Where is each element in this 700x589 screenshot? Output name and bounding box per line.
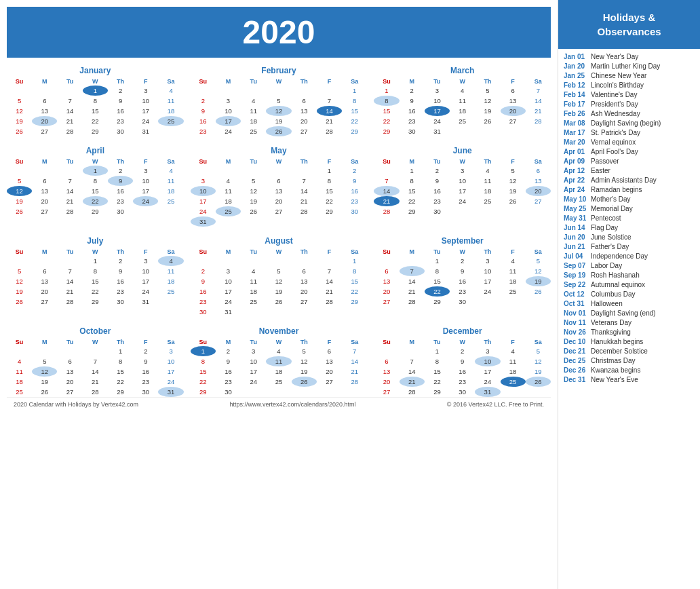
holiday-item: Nov 11Veterans Day xyxy=(564,319,695,326)
calendar-day xyxy=(191,86,216,96)
calendar-day: 2 xyxy=(108,166,133,176)
calendar-day: 27 xyxy=(32,297,57,307)
holiday-date: Apr 12 xyxy=(564,167,591,174)
calendar-day: 1 xyxy=(342,256,367,266)
calendar-day: 5 xyxy=(7,96,32,106)
holiday-item: Feb 12Lincoln's Birthday xyxy=(564,81,695,89)
calendar-day: 29 xyxy=(425,387,450,397)
calendar-day: 3 xyxy=(216,266,241,276)
calendar-day: 3 xyxy=(133,166,158,176)
calendar-day: 3 xyxy=(133,256,158,266)
calendar-day xyxy=(158,297,183,307)
calendar-day: 3 xyxy=(475,346,500,356)
calendar-day: 14 xyxy=(400,276,425,286)
calendar-day: 15 xyxy=(342,276,367,286)
day-header-w: W xyxy=(450,77,475,86)
holiday-date: Nov 01 xyxy=(564,309,591,317)
calendar-day: 17 xyxy=(425,106,450,116)
calendar-day: 26 xyxy=(266,297,291,307)
calendar-day: 2 xyxy=(133,346,158,356)
calendar-day xyxy=(475,126,500,136)
calendar-day: 26 xyxy=(292,377,317,387)
holiday-date: Nov 26 xyxy=(564,328,591,336)
calendar-day xyxy=(317,256,342,266)
calendar-day: 12 xyxy=(7,106,32,116)
month-december: DecemberSuMTuWThFSa123456789101112131415… xyxy=(374,326,551,397)
calendar-day: 24 xyxy=(133,116,158,126)
calendar-day: 16 xyxy=(108,276,133,286)
calendar-day: 4 xyxy=(450,86,475,96)
month-september: SeptemberSuMTuWThFSa12345678910111213141… xyxy=(374,236,551,317)
holiday-date: Apr 22 xyxy=(564,176,591,184)
holiday-name: Autumnal equinox xyxy=(591,281,645,288)
calendar-day: 22 xyxy=(400,196,425,206)
calendar-day: 24 xyxy=(133,286,158,297)
calendar-day xyxy=(266,216,291,227)
calendar-day: 27 xyxy=(501,116,526,126)
calendar-day: 30 xyxy=(108,126,133,136)
calendar-day: 21 xyxy=(526,106,551,116)
calendar-day: 2 xyxy=(400,86,425,96)
calendar-day: 25 xyxy=(241,297,266,307)
calendar-day: 22 xyxy=(342,286,367,297)
calendar-day xyxy=(216,256,241,266)
holiday-name: Independence Day xyxy=(591,252,648,260)
calendar-day: 14 xyxy=(292,186,317,196)
holiday-item: May 10Mother's Day xyxy=(564,195,695,203)
holiday-item: Jun 20June Solstice xyxy=(564,233,695,241)
month-title-july: July xyxy=(7,236,184,246)
day-header-th: Th xyxy=(475,248,500,256)
holiday-name: Columbus Day xyxy=(591,290,636,298)
calendar-day: 8 xyxy=(342,266,367,276)
calendar-day xyxy=(450,206,475,216)
calendar-day: 13 xyxy=(374,276,399,286)
calendar-day xyxy=(241,216,266,227)
day-header-w: W xyxy=(450,157,475,166)
calendar-day: 4 xyxy=(241,96,266,106)
month-title-september: September xyxy=(374,236,551,246)
calendar-day: 28 xyxy=(317,126,342,136)
month-table-october: SuMTuWThFSa12345678910111213141516171819… xyxy=(7,338,184,397)
day-header-tu: Tu xyxy=(425,248,450,256)
calendar-day: 24 xyxy=(241,377,266,387)
calendar-day: 14 xyxy=(57,106,82,116)
holiday-date: Sep 19 xyxy=(564,271,591,279)
holiday-item: Feb 26Ash Wednesday xyxy=(564,110,695,117)
calendar-day: 21 xyxy=(292,196,317,206)
day-header-su: Su xyxy=(191,157,216,166)
calendar-day: 4 xyxy=(241,266,266,276)
calendar-day: 7 xyxy=(317,266,342,276)
holiday-date: Dec 31 xyxy=(564,376,591,383)
day-header-f: F xyxy=(501,157,526,166)
calendar-day: 6 xyxy=(32,176,57,186)
day-header-w: W xyxy=(83,77,108,86)
calendar-day: 19 xyxy=(501,186,526,196)
calendar-day: 2 xyxy=(108,86,133,96)
holiday-name: Ramadan begins xyxy=(591,186,642,193)
holiday-name: Memorial Day xyxy=(591,205,633,212)
calendar-day: 6 xyxy=(57,356,82,366)
calendar-day: 13 xyxy=(501,96,526,106)
months-grid: JanuarySuMTuWThFSa1234567891011121314151… xyxy=(7,66,551,397)
holiday-name: Halloween xyxy=(591,300,623,307)
calendar-day: 17 xyxy=(475,276,500,286)
calendar-day: 15 xyxy=(83,106,108,116)
calendar-day: 28 xyxy=(57,206,82,216)
holiday-date: Mar 08 xyxy=(564,119,591,127)
calendar-day: 13 xyxy=(32,106,57,116)
day-header-w: W xyxy=(450,338,475,346)
calendar-day: 18 xyxy=(501,366,526,377)
calendar-day: 20 xyxy=(32,116,57,126)
calendar-day xyxy=(526,387,551,397)
holiday-date: Apr 24 xyxy=(564,186,591,193)
calendar-day: 15 xyxy=(83,186,108,196)
calendar-day: 18 xyxy=(158,276,183,286)
calendar-day xyxy=(133,206,158,216)
holiday-date: Jun 21 xyxy=(564,243,591,250)
calendar-day: 30 xyxy=(450,297,475,307)
calendar-day: 29 xyxy=(374,126,399,136)
calendar-day: 3 xyxy=(158,346,183,356)
day-header-th: Th xyxy=(292,77,317,86)
calendar-day: 29 xyxy=(400,206,425,216)
calendar-day xyxy=(241,307,266,317)
